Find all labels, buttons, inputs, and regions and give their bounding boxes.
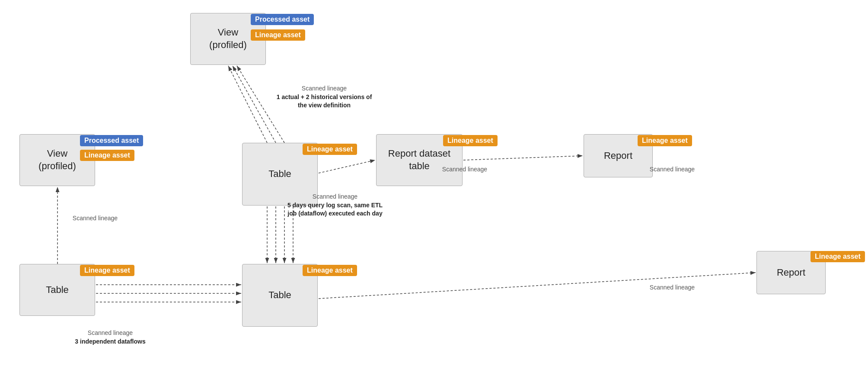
badge-view-left-processed-label: Processed asset xyxy=(84,137,139,144)
diagram-container: View(profiled) Table View(profiled) Tabl… xyxy=(0,0,868,373)
node-report-top-right-label: Report xyxy=(604,150,632,162)
label-bottom-right-scan-text: Scanned lineage xyxy=(650,284,695,291)
label-mid-scan-text: Scanned lineage5 days query log scan, sa… xyxy=(287,193,383,217)
badge-view-left-lineage-label: Lineage asset xyxy=(84,151,130,159)
node-view-top-label: View(profiled) xyxy=(209,26,247,51)
badge-view-left-processed: Processed asset xyxy=(80,135,143,146)
node-report-bottom-right-label: Report xyxy=(777,267,805,279)
badge-table-bottom-left-lineage: Lineage asset xyxy=(80,265,134,276)
badge-table-bottom-mid-lineage: Lineage asset xyxy=(303,265,357,276)
label-bottom-scan: Scanned lineage3 independent dataflows xyxy=(67,329,153,346)
badge-table-bottom-left-lineage-label: Lineage asset xyxy=(84,267,130,274)
label-left-scan: Scanned lineage xyxy=(67,214,123,223)
label-bottom-scan-text: Scanned lineage3 independent dataflows xyxy=(75,329,145,345)
badge-report-dataset-lineage-label: Lineage asset xyxy=(447,137,493,144)
node-view-left-label: View(profiled) xyxy=(38,148,76,172)
label-right-scan2-text: Scanned lineage xyxy=(650,166,695,173)
badge-report-top-right-lineage-label: Lineage asset xyxy=(642,137,688,144)
label-bottom-right-scan: Scanned lineage xyxy=(640,283,705,292)
label-right-scan1-text: Scanned lineage xyxy=(442,166,487,173)
badge-report-bottom-right-lineage: Lineage asset xyxy=(811,251,865,262)
node-table-bottom-left-label: Table xyxy=(46,284,69,296)
badge-view-top-processed: Processed asset xyxy=(251,14,314,25)
svg-line-13 xyxy=(463,156,583,160)
label-top-scan: Scanned lineage1 actual + 2 historical v… xyxy=(268,84,380,110)
badge-report-dataset-lineage: Lineage asset xyxy=(443,135,498,146)
badge-table-mid-lineage: Lineage asset xyxy=(303,144,357,155)
arrows-svg xyxy=(0,0,868,373)
badge-report-top-right-lineage: Lineage asset xyxy=(638,135,692,146)
label-right-scan2: Scanned lineage xyxy=(640,165,705,174)
label-right-scan1: Scanned lineage xyxy=(432,165,497,174)
node-table-mid-label: Table xyxy=(268,168,291,180)
badge-table-bottom-mid-lineage-label: Lineage asset xyxy=(307,267,353,274)
badge-view-top-lineage-label: Lineage asset xyxy=(255,31,301,39)
badge-view-top-processed-label: Processed asset xyxy=(255,16,310,23)
badge-view-left-lineage: Lineage asset xyxy=(80,150,134,161)
svg-line-12 xyxy=(319,160,375,173)
label-left-scan-text: Scanned lineage xyxy=(73,215,118,222)
badge-view-top-lineage: Lineage asset xyxy=(251,29,305,41)
node-table-bottom-mid-label: Table xyxy=(268,289,291,302)
label-top-scan-text: Scanned lineage1 actual + 2 historical v… xyxy=(277,85,372,109)
badge-table-mid-lineage-label: Lineage asset xyxy=(307,145,353,153)
label-mid-scan: Scanned lineage5 days query log scan, sa… xyxy=(268,193,402,218)
badge-report-bottom-right-lineage-label: Lineage asset xyxy=(815,253,861,260)
svg-line-1 xyxy=(228,66,267,143)
